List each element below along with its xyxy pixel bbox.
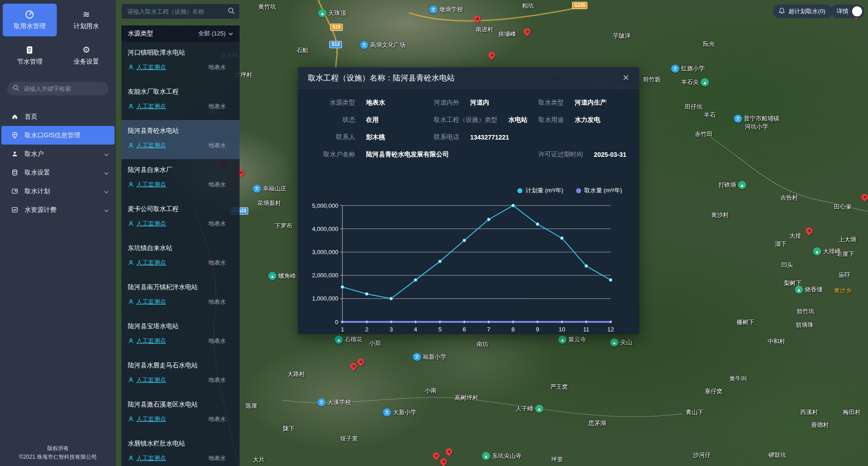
monitor-link[interactable]: 人工监测点 xyxy=(128,376,166,384)
field-row: 水源类型地表水河道内外河道内取水类型河道内生产 xyxy=(309,97,628,114)
map-pin-school-icon: 文 xyxy=(317,398,326,406)
map-label-text: 青山下 xyxy=(686,408,703,416)
modal-title: 取水工程（设施）名称：陆河县青砼水电站 xyxy=(308,73,455,83)
tile-planned-water[interactable]: ≋ 计划用水 xyxy=(60,4,114,36)
filter-dropdown[interactable]: 全部 (125) xyxy=(198,30,233,38)
svg-text:2,000,000: 2,000,000 xyxy=(312,272,338,279)
map-label-text: 大路村 xyxy=(287,370,305,378)
sidebar-search-input[interactable] xyxy=(23,85,103,93)
detail-toggle[interactable]: 详情 xyxy=(830,5,864,18)
station-list-item[interactable]: 东坑镇自来水站 人工监测点 地表水 xyxy=(121,237,240,276)
station-list-item[interactable]: 水唇镇水栏肚水电站 人工监测点 地表水 xyxy=(121,433,240,466)
field-row: 状态在用取水工程（设施）类型水电站取水用途水力发电 xyxy=(309,114,628,131)
map-label: 上大塘 xyxy=(838,236,856,244)
station-list-item[interactable]: 麦卡公司取水工程 人工监测点 地表水 xyxy=(121,198,240,237)
map-label: 箭竹坑 xyxy=(797,307,814,316)
map-label-text: 石榴花 xyxy=(345,336,362,344)
map-label: ▲大排嶂 xyxy=(813,247,841,256)
station-list-item[interactable]: 陆河县水唇走马石水电站 人工监测点 地表水 xyxy=(121,355,240,394)
map-label-text: 大新小学 xyxy=(393,408,416,416)
monitor-link[interactable]: 人工监测点 xyxy=(128,454,166,462)
map-label-text: 上大塘 xyxy=(838,236,856,244)
map-label-text: 石船 xyxy=(296,46,308,55)
map-pin-school-icon: 文 xyxy=(360,41,368,49)
nav-water-users[interactable]: 取水户 xyxy=(0,145,116,163)
field-cell: 取水户名称陆河县青砼水电发展有限公司 xyxy=(309,149,449,160)
map-label: 文红旗小学 xyxy=(671,65,705,73)
map-label: ▲东坑尖山寺 xyxy=(482,452,522,460)
field-cell: 联系电话13432771221 xyxy=(434,131,509,143)
tile-water-saving[interactable]: 节水管理 xyxy=(3,39,57,72)
water-type-label: 地表水 xyxy=(208,298,226,306)
station-list-item[interactable]: 陆河县自来水厂 人工监测点 地表水 xyxy=(121,159,240,198)
monitor-link[interactable]: 人工监测点 xyxy=(128,180,166,189)
map-label: 梅田村 xyxy=(843,408,861,416)
monitor-link[interactable]: 人工监测点 xyxy=(128,141,166,150)
copyright-line1: 版权所有 xyxy=(0,444,116,453)
monitor-link[interactable]: 人工监测点 xyxy=(128,337,166,345)
map-label-text: 河坑小学 xyxy=(745,123,768,131)
sidebar-search[interactable] xyxy=(7,82,109,95)
map-label-text: 粗坑 xyxy=(522,2,534,10)
nav-intake-plan[interactable]: 取水计划 xyxy=(0,182,116,200)
station-list-item[interactable]: 陆河县青砼水电站 人工监测点 地表水 xyxy=(121,120,240,159)
map-label-text: 尖山 xyxy=(620,338,632,346)
map-label: ▲聚云寺 xyxy=(558,336,586,344)
toggle-knob[interactable] xyxy=(852,6,862,16)
svg-text:3,000,000: 3,000,000 xyxy=(312,249,338,256)
nav-water-billing[interactable]: 水资源计费 xyxy=(0,200,116,219)
field-row: 联系人彭木桃联系电话13432771221 xyxy=(309,131,628,149)
tile-water-intake-mgmt[interactable]: 取用水管理 xyxy=(3,4,57,36)
station-list-item[interactable]: 陆河县激石溪老区水电站 人工监测点 地表水 xyxy=(121,394,240,433)
map-label: 田仔坑 xyxy=(685,103,702,111)
map-label-text: 田仔坑 xyxy=(685,103,702,111)
station-meta: 人工监测点 地表水 xyxy=(128,376,240,384)
map-label: 大片 xyxy=(253,456,265,464)
monitor-link[interactable]: 人工监测点 xyxy=(128,298,166,306)
map-label-text: 坝子里 xyxy=(340,435,358,443)
nav-intake-settings[interactable]: 取水设置 xyxy=(0,163,116,182)
map-label: 西溪村 xyxy=(800,408,818,416)
monitor-link[interactable]: 人工监测点 xyxy=(128,63,166,71)
tile-business-settings[interactable]: ⚙ 业务设置 xyxy=(60,39,114,72)
map-label: 文福新小学 xyxy=(413,353,447,361)
map-label: 田心崬 xyxy=(834,203,852,211)
chart-icon xyxy=(11,206,18,214)
station-list-item[interactable]: 陆河县宝塔水电站 人工监测点 地表水 xyxy=(121,316,240,355)
field-label: 取水类型 xyxy=(538,99,564,107)
station-search[interactable] xyxy=(121,4,240,19)
field-value: 水电站 xyxy=(508,116,527,124)
monitor-label: 人工监测点 xyxy=(136,454,166,462)
gear-icon: ⚙ xyxy=(82,45,90,55)
home-icon xyxy=(11,113,18,120)
bell-icon xyxy=(778,7,785,16)
monitor-link[interactable]: 人工监测点 xyxy=(128,220,166,228)
monitor-link[interactable]: 人工监测点 xyxy=(128,415,166,423)
station-list-item[interactable]: 友能水厂取水工程 人工监测点 地表水 xyxy=(121,81,240,120)
person-icon xyxy=(128,142,134,149)
map-label-text: 田心崬 xyxy=(834,203,852,211)
monitor-label: 人工监测点 xyxy=(136,102,166,110)
search-icon[interactable] xyxy=(228,7,235,16)
map-label: 黄沙乡 xyxy=(834,286,852,295)
field-value: 13432771221 xyxy=(470,134,509,141)
over-plan-intake-button[interactable]: 超计划取水(0) xyxy=(773,5,833,18)
map-label: 前竹坜 xyxy=(643,75,661,84)
monitor-link[interactable]: 人工监测点 xyxy=(128,102,166,110)
tile-label: 取用水管理 xyxy=(14,22,45,30)
monitor-link[interactable]: 人工监测点 xyxy=(128,259,166,267)
field-cell: 联系人彭木桃 xyxy=(309,131,385,143)
map-label: 箭塘珠 xyxy=(796,321,813,329)
station-list-item[interactable]: 陆河县南万镇杞洋水电站 人工监测点 地表水 xyxy=(121,276,240,316)
nav-home[interactable]: 首页 xyxy=(0,107,116,126)
station-search-input[interactable] xyxy=(126,8,228,15)
map-label: 思茅湖 xyxy=(588,419,606,427)
station-list-item[interactable]: 河口镇唱歌潭水电站 人工监测点 地表水 xyxy=(121,42,240,81)
close-icon[interactable]: ✕ xyxy=(622,74,629,82)
map-label: 锣鼓坑 xyxy=(768,451,786,459)
map-label: 赤竹田 xyxy=(695,130,712,138)
chevron-down-icon xyxy=(104,206,109,214)
map-label: 坪里 xyxy=(551,456,563,464)
nav-gis-info[interactable]: 取水口GIS信息管理 xyxy=(1,126,115,145)
field-cell: 取水工程（设施）类型水电站 xyxy=(434,114,527,126)
